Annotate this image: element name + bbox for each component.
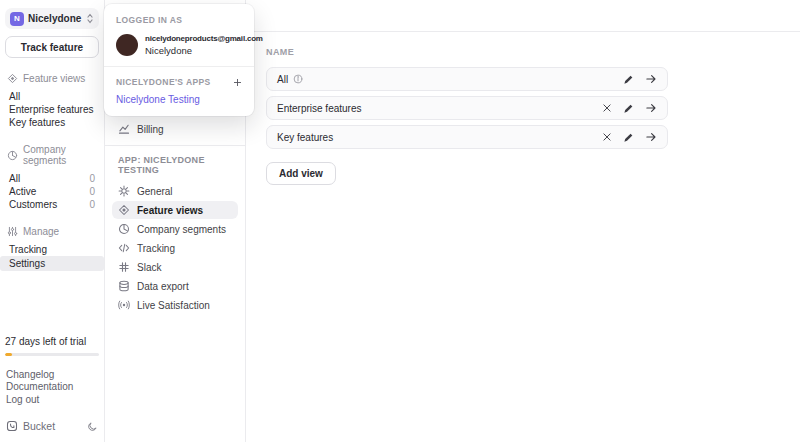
logout-link[interactable]: Log out bbox=[5, 394, 99, 407]
arrow-right-icon bbox=[645, 73, 657, 85]
sidebar-item-segment-all[interactable]: All 0 bbox=[5, 172, 99, 185]
app-section-label: APP: NICELYDONE TESTING bbox=[118, 155, 232, 175]
section-label: Company segments bbox=[23, 144, 97, 166]
menu-item-data-export[interactable]: Data export bbox=[112, 277, 238, 295]
menu-divider bbox=[105, 145, 245, 146]
changelog-link[interactable]: Changelog bbox=[5, 369, 99, 382]
sidebar-item-all-views[interactable]: All bbox=[5, 90, 99, 103]
menu-item-app-slack[interactable]: Slack bbox=[112, 258, 238, 276]
arrow-right-icon bbox=[645, 131, 657, 143]
main-content: NAME All Enterprise features bbox=[246, 0, 800, 442]
database-icon bbox=[118, 280, 130, 292]
account-menu-dropdown: LOGGED IN AS nicelydoneproducts@gmail.co… bbox=[104, 4, 254, 116]
feature-views-section-header: Feature views bbox=[7, 73, 97, 84]
menu-item-feature-views[interactable]: Feature views bbox=[112, 201, 238, 219]
chevron-updown-icon bbox=[86, 13, 94, 24]
dark-mode-toggle[interactable] bbox=[87, 421, 98, 432]
logged-in-as-label: LOGGED IN AS bbox=[116, 15, 242, 25]
view-name: All bbox=[277, 74, 288, 85]
menu-item-live-satisfaction[interactable]: Live Satisfaction bbox=[112, 296, 238, 314]
pencil-icon bbox=[623, 103, 634, 114]
company-segments-section-header: Company segments bbox=[7, 144, 97, 166]
chart-icon bbox=[118, 123, 130, 135]
gear-icon bbox=[118, 185, 130, 197]
trial-progress-fill bbox=[5, 353, 12, 356]
broadcast-icon bbox=[118, 299, 130, 311]
add-app-button[interactable] bbox=[233, 78, 242, 87]
segment-count: 0 bbox=[89, 185, 95, 198]
user-name: Nicelydone bbox=[145, 45, 263, 56]
open-view-button[interactable] bbox=[645, 73, 657, 85]
documentation-link[interactable]: Documentation bbox=[5, 381, 99, 394]
segment-count: 0 bbox=[89, 198, 95, 211]
plus-icon bbox=[233, 78, 242, 87]
trial-days-label: 27 days left of trial bbox=[5, 336, 99, 347]
delete-view-button[interactable] bbox=[602, 132, 612, 142]
edit-view-button[interactable] bbox=[623, 132, 634, 143]
app-window: N Nicelydone Tes... Track feature Featur… bbox=[0, 0, 800, 442]
trial-progress-bar bbox=[5, 353, 99, 356]
edit-view-button[interactable] bbox=[623, 103, 634, 114]
pencil-icon bbox=[623, 132, 634, 143]
segment-count: 0 bbox=[89, 172, 95, 185]
sidebar-item-segment-customers[interactable]: Customers 0 bbox=[5, 198, 99, 211]
sidebar-item-settings[interactable]: Settings bbox=[0, 256, 104, 271]
left-sidebar: N Nicelydone Tes... Track feature Featur… bbox=[0, 0, 105, 442]
arrow-right-icon bbox=[645, 102, 657, 114]
menu-item-company-segments[interactable]: Company segments bbox=[112, 220, 238, 238]
pencil-icon bbox=[623, 74, 634, 85]
sliders-icon bbox=[7, 226, 18, 237]
view-row-all: All bbox=[266, 67, 668, 91]
sidebar-item-enterprise-features[interactable]: Enterprise features bbox=[5, 103, 99, 116]
x-icon bbox=[602, 132, 612, 142]
segments-icon bbox=[118, 223, 130, 235]
apps-section-label: NICELYDONE'S APPS bbox=[116, 77, 211, 87]
sidebar-item-tracking[interactable]: Tracking bbox=[5, 243, 99, 256]
view-name: Enterprise features bbox=[277, 103, 362, 114]
section-label: Manage bbox=[23, 226, 59, 237]
slack-icon bbox=[118, 261, 130, 273]
user-email: nicelydoneproducts@gmail.com bbox=[145, 34, 263, 43]
segments-icon bbox=[7, 150, 18, 161]
bucket-logo: Bucket bbox=[6, 420, 55, 432]
view-name: Key features bbox=[277, 132, 333, 143]
menu-item-billing[interactable]: Billing bbox=[112, 120, 238, 138]
menu-item-tracking[interactable]: Tracking bbox=[112, 239, 238, 257]
x-icon bbox=[602, 103, 612, 113]
name-column-header: NAME bbox=[266, 47, 780, 57]
bucket-icon bbox=[6, 420, 18, 432]
track-feature-button[interactable]: Track feature bbox=[5, 36, 99, 58]
app-link-nicelydone-testing[interactable]: Nicelydone Testing bbox=[116, 94, 242, 105]
view-row-key-features: Key features bbox=[266, 125, 668, 149]
workspace-name: Nicelydone Tes... bbox=[28, 13, 82, 24]
sidebar-footer: Bucket bbox=[5, 420, 99, 432]
section-label: Feature views bbox=[23, 73, 85, 84]
menu-item-general[interactable]: General bbox=[112, 182, 238, 200]
view-row-enterprise-features: Enterprise features bbox=[266, 96, 668, 120]
open-view-button[interactable] bbox=[645, 102, 657, 114]
dropdown-divider bbox=[104, 66, 254, 67]
info-icon[interactable] bbox=[293, 74, 303, 84]
views-icon bbox=[118, 204, 130, 216]
manage-section-header: Manage bbox=[7, 226, 97, 237]
add-view-button[interactable]: Add view bbox=[266, 162, 336, 185]
account-user: nicelydoneproducts@gmail.com Nicelydone bbox=[104, 34, 254, 66]
sidebar-item-key-features[interactable]: Key features bbox=[5, 116, 99, 129]
code-icon bbox=[118, 242, 130, 254]
views-icon bbox=[7, 73, 18, 84]
main-header-bar bbox=[246, 0, 800, 32]
open-view-button[interactable] bbox=[645, 131, 657, 143]
moon-icon bbox=[87, 421, 98, 432]
workspace-selector[interactable]: N Nicelydone Tes... bbox=[5, 8, 99, 29]
sidebar-item-segment-active[interactable]: Active 0 bbox=[5, 185, 99, 198]
workspace-avatar: N bbox=[10, 12, 24, 26]
delete-view-button[interactable] bbox=[602, 103, 612, 113]
user-avatar bbox=[116, 34, 138, 56]
edit-view-button[interactable] bbox=[623, 74, 634, 85]
